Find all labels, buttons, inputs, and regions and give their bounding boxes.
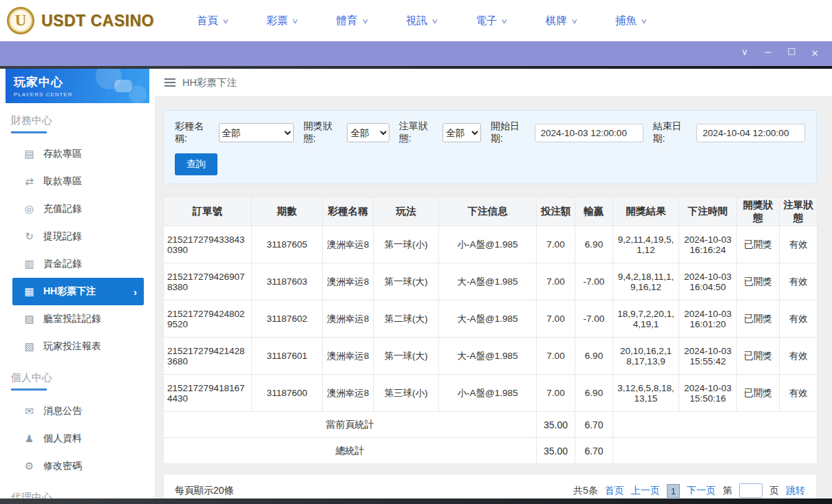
window-close-button[interactable]: ×	[803, 47, 826, 61]
cell-bet-status: 有效	[780, 338, 818, 375]
cell-bet-amount: 7.00	[537, 263, 575, 300]
sidebar-item-hh-lottery-bet[interactable]: ▦ HH彩票下注 ›	[12, 278, 144, 305]
cell-win-loss: 6.90	[575, 338, 613, 375]
cell-bet-info: 大-A盤@1.985	[439, 263, 537, 300]
sidebar-item-hall-bet-record[interactable]: ▨ 廳室投註記錄	[0, 305, 155, 333]
current-page-button[interactable]: 1	[667, 484, 680, 498]
funds-record-icon: ▥	[23, 258, 35, 270]
section-title-finance: 財務中心	[11, 114, 155, 127]
jump-page-input[interactable]	[739, 483, 762, 498]
summary-label: 當前頁統計	[164, 412, 537, 438]
window-titlebar: ∨ ─ ☐ ×	[0, 41, 832, 66]
sidebar-item-change-password[interactable]: ⚙ 修改密碼	[0, 452, 155, 480]
sidebar-item-player-bet-report[interactable]: ▧ 玩家投注報表	[0, 333, 155, 360]
sidebar-item-profile[interactable]: ♟ 個人資料	[0, 425, 155, 452]
cell-period: 31187603	[252, 263, 323, 300]
cell-bet-time: 2024-10-03 16:01:20	[679, 300, 737, 338]
start-date-input[interactable]	[535, 124, 643, 142]
cell-play-type: 第二球(大)	[374, 300, 439, 338]
summary-win-total: 6.70	[575, 412, 613, 438]
cell-bet-time: 2024-10-03 15:55:42	[679, 338, 737, 375]
hamburger-icon[interactable]	[164, 78, 175, 87]
lottery-bet-icon: ▦	[23, 285, 35, 298]
table-row: 2152172794248029520 31187602 澳洲幸运8 第二球(大…	[164, 300, 818, 338]
draw-status-filter-select[interactable]: 全部	[347, 123, 389, 142]
deposit-icon: ▤	[23, 148, 35, 160]
sidebar-item-label: 個人資料	[43, 432, 82, 445]
jump-button[interactable]: 跳转	[786, 485, 805, 497]
sidebar: 玩家中心 PLAYERS CENTER 財務中心 ▤ 存款專區 ⇄ 取款專區 ◎	[0, 69, 155, 498]
announcement-icon: ✉	[23, 405, 35, 417]
section-underline	[11, 131, 47, 133]
sidebar-item-cashout-record[interactable]: ↻ 提現記錄	[0, 223, 155, 250]
report-icon: ▧	[23, 340, 35, 353]
cell-draw-status: 已開獎	[737, 375, 780, 412]
section-title-personal: 個人中心	[11, 371, 155, 384]
chevron-right-icon: ›	[134, 286, 137, 298]
cell-win-loss: -7.00	[575, 263, 613, 300]
sidebar-item-announcements[interactable]: ✉ 消息公告	[0, 397, 155, 425]
window-maximize-button[interactable]: ☐	[780, 47, 803, 61]
cell-bet-status: 有效	[780, 263, 818, 300]
sidebar-item-label: 提現記錄	[43, 230, 82, 243]
table-header-row: 訂單號 期數 彩種名稱 玩法 下注信息 投注額 輸贏 開獎結果 下注時間 開獎狀…	[164, 197, 818, 226]
cell-draw-result: 18,9,7,2,20,1,4,19,1	[613, 300, 679, 338]
summary-empty	[613, 412, 818, 438]
cell-play-type: 第一球(大)	[374, 263, 439, 300]
nav-lottery-label: 彩票	[266, 14, 288, 28]
sidebar-item-label: 充值記錄	[43, 203, 82, 215]
cell-order-number: 2152172794214283680	[164, 338, 252, 375]
logo-text: USDT CASINO	[41, 12, 154, 30]
nav-chess[interactable]: 棋牌∨	[546, 14, 577, 28]
cell-draw-result: 9,4,2,18,11,1,9,16,12	[613, 263, 679, 300]
nav-live-video[interactable]: 視訊∨	[406, 14, 437, 28]
sidebar-item-deposit[interactable]: ▤ 存款專區	[0, 140, 155, 168]
workspace: 玩家中心 PLAYERS CENTER 財務中心 ▤ 存款專區 ⇄ 取款專區 ◎	[0, 66, 832, 504]
cell-bet-amount: 7.00	[537, 375, 575, 412]
search-button[interactable]: 查詢	[175, 153, 217, 175]
table-row: 2152172794181674430 31187600 澳洲幸运8 第三球(小…	[164, 375, 818, 412]
col-header-order: 訂單號	[164, 197, 252, 226]
nav-slots[interactable]: 電子∨	[476, 14, 506, 28]
table-row: 2152172794269078380 31187603 澳洲幸运8 第一球(大…	[164, 263, 818, 300]
logo[interactable]: U USDT CASINO	[7, 7, 154, 34]
app-window: U USDT CASINO 首頁∨ 彩票∨ 體育∨ 視訊∨ 電子∨ 棋牌∨ 捕魚…	[0, 0, 832, 504]
nav-sports-label: 體育	[337, 14, 358, 28]
player-center-banner: 玩家中心 PLAYERS CENTER	[6, 69, 149, 103]
cell-win-loss: 6.90	[575, 226, 613, 263]
gear-icon: ⚙	[23, 460, 35, 472]
col-header-bet-info: 下注信息	[439, 197, 537, 226]
window-collapse-button[interactable]: ∨	[733, 47, 756, 61]
first-page-link[interactable]: 首页	[605, 485, 624, 497]
sidebar-section-finance: 財務中心	[0, 103, 155, 133]
bet-status-filter-select[interactable]: 全部	[442, 123, 481, 142]
lottery-filter-select[interactable]: 全部	[219, 123, 294, 142]
nav-sports[interactable]: 體育∨	[337, 14, 367, 28]
summary-win-total: 6.70	[575, 438, 613, 464]
nav-lottery[interactable]: 彩票∨	[266, 14, 297, 28]
cell-period: 31187602	[252, 300, 323, 338]
draw-status-filter-label: 開獎狀態:	[303, 120, 342, 145]
nav-fishing-label: 捕魚	[615, 14, 637, 28]
next-page-link[interactable]: 下一页	[687, 485, 716, 497]
summary-empty	[613, 438, 818, 464]
cell-bet-amount: 7.00	[537, 300, 575, 338]
sidebar-item-recharge-record[interactable]: ◎ 充值記錄	[0, 195, 155, 223]
cell-bet-amount: 7.00	[537, 338, 575, 375]
col-header-result: 開獎結果	[613, 197, 679, 226]
site-header: U USDT CASINO 首頁∨ 彩票∨ 體育∨ 視訊∨ 電子∨ 棋牌∨ 捕魚…	[0, 0, 832, 41]
nav-fishing[interactable]: 捕魚∨	[615, 14, 646, 28]
cell-draw-result: 9,2,11,4,19,5,1,12	[613, 226, 679, 263]
nav-home[interactable]: 首頁∨	[197, 14, 228, 28]
summary-label: 總統計	[164, 438, 537, 464]
end-date-input[interactable]	[696, 124, 805, 142]
sidebar-item-withdraw[interactable]: ⇄ 取款專區	[0, 168, 155, 195]
player-center-title: 玩家中心	[14, 74, 72, 90]
nav-chess-label: 棋牌	[546, 14, 567, 28]
window-minimize-button[interactable]: ─	[756, 47, 780, 61]
cell-bet-amount: 7.00	[537, 226, 575, 263]
sidebar-item-label: 存款專區	[43, 148, 82, 160]
cell-period: 31187605	[252, 226, 323, 263]
sidebar-item-funds-record[interactable]: ▥ 資金記錄	[0, 250, 155, 278]
prev-page-link[interactable]: 上一页	[631, 485, 660, 497]
